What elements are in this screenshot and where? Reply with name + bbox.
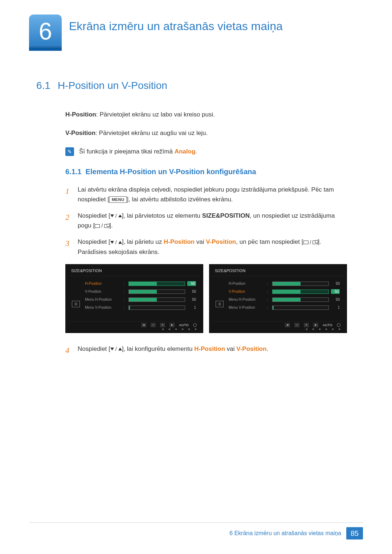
screen-toggle-icon: / bbox=[303, 238, 318, 246]
osd-footer-buttons: ◂ − + ▸ AUTO bbox=[213, 321, 343, 329]
down-up-arrows-icon: / bbox=[110, 238, 122, 246]
vposition-description: V-Position: Pārvietojiet ekrānu uz augšu… bbox=[65, 128, 348, 138]
chapter-number-badge: 6 bbox=[29, 15, 62, 51]
footer-chapter-label: 6 Ekrāna izmēru un atrašanās vietas maiņ… bbox=[229, 530, 341, 537]
tiny-arrow-icon bbox=[332, 329, 334, 330]
tiny-arrow-icon bbox=[181, 329, 184, 330]
chapter-header: 6 Ekrāna izmēru un atrašanās vietas maiņ… bbox=[29, 15, 363, 51]
menu-key-icon: MENU bbox=[109, 196, 127, 203]
step-number: 2 bbox=[65, 211, 72, 230]
osd-slider bbox=[272, 290, 329, 294]
page-number: 85 bbox=[346, 527, 363, 539]
osd-screenshots: SIZE&POSITION ⊞ H-Position : 50 V-Positi… bbox=[65, 264, 363, 333]
osd-value: 50 bbox=[331, 289, 340, 294]
osd-minus-icon: − bbox=[294, 323, 299, 327]
osd-back-icon: ◂ bbox=[285, 323, 290, 327]
osd-slider bbox=[128, 282, 185, 286]
osd-value: 50 bbox=[187, 281, 196, 286]
tiny-arrow-icon bbox=[188, 329, 190, 330]
osd-plus-icon: + bbox=[304, 323, 309, 327]
section-title: H-Position un V-Position bbox=[58, 80, 167, 91]
osd-value: 1 bbox=[187, 305, 196, 309]
osd-footer-buttons: ◂ − + ▸ AUTO bbox=[69, 321, 200, 329]
tiny-arrow-icon bbox=[306, 329, 308, 330]
tiny-arrow-icon bbox=[168, 329, 171, 330]
down-up-arrows-icon: / bbox=[110, 345, 122, 353]
tiny-arrow-icon bbox=[325, 329, 327, 330]
hposition-label: H-Position bbox=[65, 111, 96, 118]
tiny-arrow-icon bbox=[162, 329, 164, 330]
osd-side-icon: ⊞ bbox=[72, 301, 80, 307]
tiny-arrow-icon bbox=[175, 329, 177, 330]
step-1: 1 Lai atvērtu ekrāna displeja ceļvedi, n… bbox=[65, 185, 348, 204]
vposition-label: V-Position bbox=[65, 130, 95, 136]
osd-value: 1 bbox=[331, 305, 340, 309]
osd-title: SIZE&POSITION bbox=[213, 267, 343, 276]
osd-slider bbox=[128, 305, 185, 310]
osd-play-icon: ▸ bbox=[170, 323, 175, 327]
osd-item-label: Menu H-Position bbox=[85, 297, 121, 301]
analog-mode-label: Analog bbox=[175, 148, 196, 155]
osd-auto-label: AUTO bbox=[179, 323, 189, 327]
step-3: 3 Nospiediet [/], lai pārietu uz H-Posit… bbox=[65, 237, 348, 257]
section-number: 6.1 bbox=[36, 80, 50, 91]
osd-minus-icon: − bbox=[151, 323, 156, 327]
osd-slider bbox=[272, 282, 329, 286]
step-2: 2 Nospiediet [/], lai pārvietotos uz ele… bbox=[65, 211, 348, 230]
osd-play-icon: ▸ bbox=[313, 323, 318, 327]
step-number: 1 bbox=[65, 185, 72, 204]
osd-item-label: Menu V-Position bbox=[229, 305, 265, 309]
chapter-title: Ekrāna izmēru un atrašanās vietas maiņa bbox=[69, 15, 283, 33]
osd-slider bbox=[128, 297, 185, 302]
osd-slider bbox=[272, 297, 329, 302]
subsection-heading: 6.1.1 Elementa H-Position un V-Position … bbox=[65, 168, 363, 176]
tiny-arrow-icon bbox=[338, 329, 340, 330]
osd-item-label: H-Position bbox=[229, 282, 265, 286]
osd-slider bbox=[272, 305, 329, 310]
screen-toggle-icon: / bbox=[95, 222, 109, 230]
step-list: 1 Lai atvērtu ekrāna displeja ceļvedi, n… bbox=[65, 185, 348, 257]
note-icon: ✎ bbox=[65, 147, 74, 156]
osd-item-label: Menu H-Position bbox=[229, 297, 265, 301]
osd-slider bbox=[128, 290, 185, 294]
osd-side-icon: ⊞ bbox=[216, 301, 224, 307]
page-footer: 6 Ekrāna izmēru un atrašanās vietas maiņ… bbox=[29, 522, 363, 539]
osd-item-label: V-Position bbox=[85, 290, 121, 294]
osd-value: 50 bbox=[187, 290, 196, 294]
osd-hposition: SIZE&POSITION ⊞ H-Position : 50 V-Positi… bbox=[65, 264, 203, 333]
osd-value: 50 bbox=[331, 297, 340, 301]
osd-plus-icon: + bbox=[160, 323, 165, 327]
size-position-label: SIZE&POSITION bbox=[202, 212, 250, 219]
power-icon bbox=[193, 323, 197, 327]
osd-value: 50 bbox=[331, 282, 340, 286]
osd-value: 50 bbox=[187, 297, 196, 301]
tiny-arrow-icon bbox=[312, 329, 314, 330]
tiny-arrow-icon bbox=[195, 329, 197, 330]
power-icon bbox=[337, 323, 340, 327]
section-heading: 6.1 H-Position un V-Position bbox=[36, 80, 363, 91]
step-4: 4 Nospiediet [/], lai konfigurētu elemen… bbox=[65, 344, 348, 357]
osd-back-icon: ◂ bbox=[141, 323, 146, 327]
hposition-description: H-Position: Pārvietojiet ekrānu uz labo … bbox=[65, 110, 348, 119]
osd-vposition: SIZE&POSITION ⊞ H-Position : 50 V-Positi… bbox=[209, 264, 347, 333]
note-analog-only: ✎ Šī funkcija ir pieejama tikai režīmā A… bbox=[65, 147, 348, 156]
step-number: 4 bbox=[65, 344, 72, 357]
osd-auto-label: AUTO bbox=[323, 323, 332, 327]
osd-item-label: Menu V-Position bbox=[85, 305, 121, 309]
step-number: 3 bbox=[65, 237, 72, 257]
tiny-arrow-icon bbox=[319, 329, 321, 330]
down-up-arrows-icon: / bbox=[110, 212, 122, 220]
osd-title: SIZE&POSITION bbox=[69, 267, 200, 276]
osd-item-label: H-Position bbox=[85, 282, 121, 286]
osd-item-label: V-Position bbox=[229, 290, 265, 294]
